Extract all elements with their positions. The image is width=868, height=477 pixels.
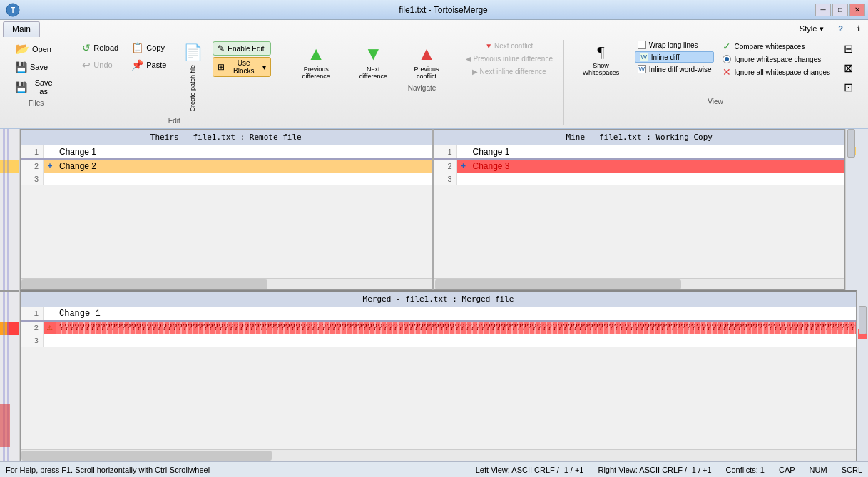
- files-group: 📂 Open 💾 Save 💾 Save as Files: [4, 40, 68, 125]
- prev-diff-icon: ▲: [307, 43, 325, 65]
- enable-edit-button[interactable]: ✎ Enable Edit: [213, 41, 271, 56]
- inline-diff-checkbox: W: [640, 53, 648, 61]
- next-diff-button[interactable]: ▼ Next difference: [349, 40, 397, 83]
- theirs-scrollbar[interactable]: [21, 278, 432, 289]
- edit-group: ↺ Reload ↩ Undo 📋 Copy: [71, 40, 277, 125]
- theirs-line-1: 1 Change 1: [21, 145, 432, 158]
- inline-diff-word-checkbox: W: [638, 65, 646, 73]
- save-as-icon: 💾: [15, 81, 27, 93]
- style-label: Style: [800, 24, 817, 33]
- open-button[interactable]: 📂 Open: [10, 40, 62, 58]
- merged-line-3: 3: [21, 334, 856, 347]
- save-button[interactable]: 💾 Save: [10, 59, 62, 75]
- theirs-line-3: 3: [21, 173, 432, 185]
- undo-button[interactable]: ↩ Undo: [77, 57, 123, 73]
- svg-text:T: T: [11, 6, 15, 14]
- prev-conflict-button[interactable]: ▲ Previous conflict: [400, 40, 452, 83]
- use-blocks-button[interactable]: ⊞ Use Blocks ▾: [213, 57, 271, 77]
- next-inline-icon: ▶: [472, 68, 478, 76]
- ignore-all-ws-icon: ✕: [723, 66, 731, 78]
- view-group: ¶ Show Whitespaces Wrap long lines W: [567, 40, 864, 125]
- whitespace-icon: ¶: [597, 43, 604, 61]
- patch-icon: 📄: [183, 43, 203, 62]
- left-view-status: Left View: ASCII CRLF / -1 / +1: [476, 466, 584, 474]
- save-icon: 💾: [15, 61, 27, 73]
- merged-pane-header: Merged - file1.txt : Merged file: [21, 292, 856, 307]
- paste-button[interactable]: 📌 Paste: [126, 57, 171, 73]
- mine-scrollbar[interactable]: [434, 278, 845, 289]
- inline-diff-check[interactable]: W Inline diff: [635, 51, 715, 63]
- reload-button[interactable]: ↺ Reload: [77, 40, 123, 56]
- navigate-group-label: Navigate: [408, 84, 436, 92]
- merged-line-1: 1 Change 1: [21, 307, 856, 320]
- scrl-indicator: SCRL: [842, 466, 862, 474]
- toggle-panel3-button[interactable]: ⊡: [839, 78, 858, 96]
- chevron-down-icon: ▾: [820, 24, 824, 34]
- compare-whitespaces-check[interactable]: ✓ Compare whitespaces: [720, 40, 833, 53]
- window-title: file1.txt - TortoiseMerge: [24, 5, 862, 15]
- undo-icon: ↩: [82, 59, 91, 71]
- create-patch-button[interactable]: 📄 Create patch file: [178, 40, 207, 116]
- toggle-panel-button[interactable]: ⊟: [839, 40, 858, 58]
- mine-pane-header: Mine - file1.txt : Working Copy: [434, 130, 845, 145]
- cap-indicator: CAP: [779, 466, 795, 474]
- help-button[interactable]: ?: [833, 21, 848, 36]
- maximize-button[interactable]: □: [832, 4, 848, 16]
- prev-inline-button[interactable]: ◀ Previous inline difference: [461, 53, 558, 65]
- merged-scrollbar[interactable]: [21, 449, 856, 461]
- blocks-icon: ⊞: [218, 62, 225, 72]
- blocks-chevron: ▾: [262, 63, 266, 71]
- mine-line-2: 2 + Change 3: [434, 160, 845, 173]
- prev-diff-button[interactable]: ▲ Previous difference: [286, 40, 346, 83]
- tab-main[interactable]: Main: [3, 21, 40, 37]
- ignore-ws-check[interactable]: Ignore whitespace changes: [720, 54, 833, 64]
- compare-ws-icon: ✓: [723, 41, 731, 52]
- navigate-group: ▲ Previous difference ▼ Next difference …: [280, 40, 564, 125]
- minimize-button[interactable]: ─: [815, 4, 831, 16]
- status-bar: For Help, press F1. Scroll horizontally …: [0, 461, 868, 477]
- wrap-long-lines-check[interactable]: Wrap long lines: [635, 40, 715, 50]
- show-whitespaces-button[interactable]: ¶ Show Whitespaces: [573, 40, 629, 79]
- edit-group-label: Edit: [168, 117, 180, 125]
- settings-button[interactable]: ℹ: [852, 21, 865, 36]
- mine-line-3: 3: [434, 173, 845, 185]
- wrap-checkbox: [638, 41, 646, 49]
- edit-icon: ✎: [218, 43, 225, 53]
- prev-inline-icon: ◀: [466, 55, 471, 63]
- style-button[interactable]: Style ▾: [795, 21, 829, 36]
- close-button[interactable]: ✕: [849, 4, 865, 16]
- theirs-pane-header: Theirs - file1.txt : Remote file: [21, 130, 432, 145]
- ignore-all-ws-check[interactable]: ✕ Ignore all whitespace changes: [720, 66, 833, 78]
- conflicts-status: Conflicts: 1: [726, 466, 765, 474]
- right-map-strip: [845, 129, 857, 290]
- inline-diff-word-check[interactable]: W Inline diff word-wise: [635, 64, 715, 74]
- next-inline-button[interactable]: ▶ Next inline difference: [461, 66, 558, 78]
- next-conflict-button[interactable]: ▼ Next conflict: [461, 40, 558, 52]
- right-view-status: Right View: ASCII CRLF / -1 / +1: [598, 466, 711, 474]
- next-diff-icon: ▼: [364, 43, 383, 65]
- next-conflict-icon: ▼: [485, 42, 492, 50]
- help-text: For Help, press F1. Scroll horizontally …: [6, 466, 210, 474]
- app-icon: T: [6, 3, 20, 17]
- theirs-line-2: 2 + Change 2: [21, 160, 432, 173]
- view-group-label: View: [708, 98, 723, 106]
- open-icon: 📂: [15, 42, 29, 56]
- num-indicator: NUM: [810, 466, 827, 474]
- ignore-ws-radio: [723, 55, 731, 63]
- save-as-button[interactable]: 💾 Save as: [10, 76, 62, 98]
- copy-button[interactable]: 📋 Copy: [126, 40, 171, 56]
- reload-icon: ↺: [82, 42, 91, 53]
- mine-line-1: 1 Change 1: [434, 145, 845, 158]
- toggle-panel2-button[interactable]: ⊠: [839, 59, 858, 77]
- files-group-label: Files: [29, 99, 44, 107]
- merged-map-strip: [857, 129, 868, 461]
- paste-icon: 📌: [131, 59, 143, 71]
- copy-icon: 📋: [131, 42, 143, 53]
- merged-line-2: 2 ⚠ ????????????????????????????????????…: [21, 322, 856, 334]
- prev-conflict-icon: ▲: [417, 43, 436, 65]
